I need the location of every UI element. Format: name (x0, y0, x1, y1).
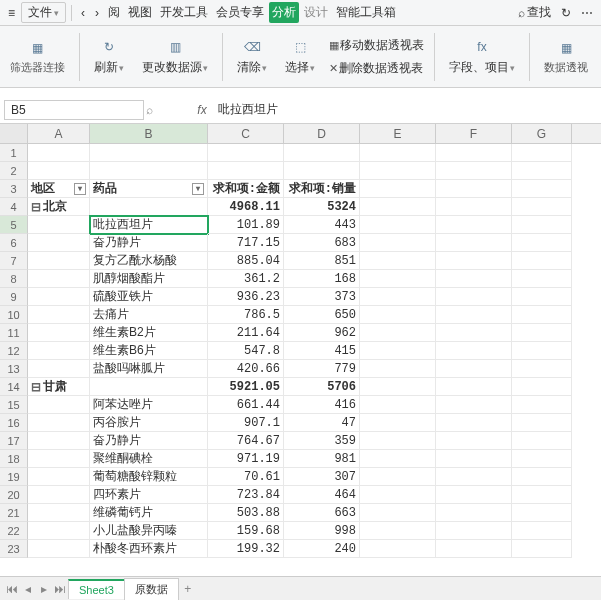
sheet-tab-other[interactable]: 原数据 (124, 578, 179, 600)
cell[interactable] (436, 414, 512, 432)
cell[interactable] (28, 288, 90, 306)
row-header[interactable]: 13 (0, 360, 28, 378)
cell[interactable] (436, 468, 512, 486)
cell[interactable]: 去痛片 (90, 306, 208, 324)
changesrc-btn[interactable]: ▥ 更改数据源▾ (138, 37, 212, 76)
cell[interactable]: 朴酸冬西环素片 (90, 540, 208, 558)
search-icon[interactable]: ⌕ (146, 103, 162, 117)
cell[interactable] (28, 522, 90, 540)
cell[interactable] (360, 270, 436, 288)
tab-1[interactable]: 视图 (125, 2, 155, 23)
cell[interactable]: 47 (284, 414, 360, 432)
row-header[interactable]: 6 (0, 234, 28, 252)
cell[interactable] (360, 504, 436, 522)
cell[interactable]: 885.04 (208, 252, 284, 270)
row-header[interactable]: 18 (0, 450, 28, 468)
cell[interactable]: 779 (284, 360, 360, 378)
cell[interactable]: 764.67 (208, 432, 284, 450)
cell[interactable]: 998 (284, 522, 360, 540)
cell[interactable] (360, 378, 436, 396)
cell[interactable] (360, 486, 436, 504)
cell[interactable]: 丙谷胺片 (90, 414, 208, 432)
tab-5[interactable]: 设计 (301, 2, 331, 23)
cell[interactable]: 吡拉西坦片 (90, 216, 208, 234)
nav-back[interactable]: ‹ (77, 4, 89, 22)
cell[interactable]: 415 (284, 342, 360, 360)
cell[interactable] (436, 252, 512, 270)
clear-btn[interactable]: ⌫ 清除▾ (233, 37, 271, 76)
cell[interactable] (436, 270, 512, 288)
cell[interactable] (28, 324, 90, 342)
row-header[interactable]: 21 (0, 504, 28, 522)
fx-label[interactable]: fx (192, 103, 212, 117)
cell[interactable] (436, 360, 512, 378)
cell[interactable] (28, 162, 90, 180)
cell[interactable] (90, 144, 208, 162)
cell[interactable] (436, 378, 512, 396)
sheet-last[interactable]: ⏭ (52, 582, 68, 596)
cell[interactable] (512, 360, 572, 378)
cell[interactable] (512, 540, 572, 558)
cell[interactable] (360, 432, 436, 450)
cell[interactable] (512, 216, 572, 234)
formula-input[interactable]: 吡拉西坦片 (212, 100, 601, 120)
tab-analysis[interactable]: 分析 (269, 2, 299, 23)
cell[interactable] (436, 324, 512, 342)
cell[interactable]: 4968.11 (208, 198, 284, 216)
row-header[interactable]: 12 (0, 342, 28, 360)
cell[interactable]: 5921.05 (208, 378, 284, 396)
tab-0[interactable]: 阅 (105, 2, 123, 23)
cell[interactable] (28, 306, 90, 324)
cell[interactable] (360, 360, 436, 378)
cell[interactable]: 奋乃静片 (90, 234, 208, 252)
cell[interactable]: 936.23 (208, 288, 284, 306)
cell[interactable]: 240 (284, 540, 360, 558)
cell[interactable] (512, 180, 572, 198)
cell[interactable] (436, 450, 512, 468)
cell[interactable] (28, 144, 90, 162)
cell[interactable] (512, 288, 572, 306)
cell[interactable] (28, 396, 90, 414)
cell[interactable] (436, 504, 512, 522)
cell[interactable] (360, 288, 436, 306)
cell[interactable] (436, 216, 512, 234)
sync-icon[interactable]: ↻ (557, 4, 575, 22)
cell[interactable]: 661.44 (208, 396, 284, 414)
row-header[interactable]: 19 (0, 468, 28, 486)
cell[interactable] (512, 378, 572, 396)
tab-2[interactable]: 开发工具 (157, 2, 211, 23)
cell[interactable] (284, 144, 360, 162)
cell[interactable] (436, 198, 512, 216)
cell[interactable]: 547.8 (208, 342, 284, 360)
row-header[interactable]: 22 (0, 522, 28, 540)
cell[interactable]: 723.84 (208, 486, 284, 504)
row-header[interactable]: 15 (0, 396, 28, 414)
cell[interactable] (28, 540, 90, 558)
field-btn[interactable]: fx 字段、项目▾ (445, 37, 519, 76)
cell[interactable]: 373 (284, 288, 360, 306)
cell[interactable] (512, 198, 572, 216)
filter-icon[interactable]: ▾ (192, 183, 204, 195)
menu-toggle[interactable]: ≡ (4, 4, 19, 22)
cell[interactable]: 683 (284, 234, 360, 252)
cell[interactable] (90, 162, 208, 180)
cell[interactable] (512, 306, 572, 324)
cell[interactable] (360, 306, 436, 324)
nav-fwd[interactable]: › (91, 4, 103, 22)
cell[interactable] (436, 288, 512, 306)
cell[interactable] (360, 450, 436, 468)
cell[interactable]: 211.64 (208, 324, 284, 342)
cell[interactable]: 168 (284, 270, 360, 288)
cell[interactable] (360, 144, 436, 162)
search-btn[interactable]: ⌕ 查找 (514, 2, 555, 23)
cell[interactable]: 肌醇烟酸酯片 (90, 270, 208, 288)
cell[interactable]: 907.1 (208, 414, 284, 432)
cell[interactable]: 159.68 (208, 522, 284, 540)
cell[interactable] (512, 342, 572, 360)
sheet-tab-active[interactable]: Sheet3 (68, 579, 125, 599)
cell[interactable]: 盐酸吗啉胍片 (90, 360, 208, 378)
sheet-prev[interactable]: ◂ (20, 582, 36, 596)
tab-3[interactable]: 会员专享 (213, 2, 267, 23)
col-D[interactable]: D (284, 124, 360, 143)
cell[interactable]: 786.5 (208, 306, 284, 324)
